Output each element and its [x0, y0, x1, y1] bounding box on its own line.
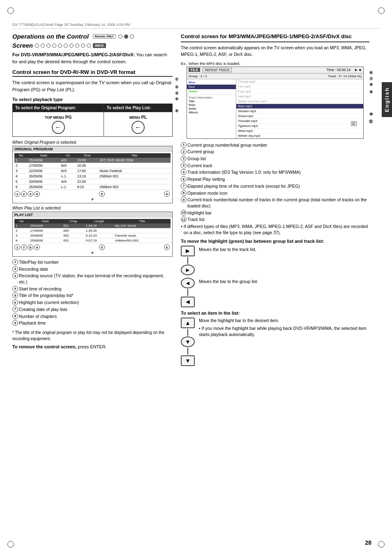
list-item: 4 Start time of recording: [12, 286, 173, 292]
col-original: To select the Original Program:: [13, 104, 104, 112]
callout-6: 6: [164, 191, 170, 197]
orig-prog-body: No Date Ch Time Title 1 25/04/06 4ch 19:: [13, 152, 172, 203]
legend-num-8: 8: [12, 313, 18, 319]
mp3-top-bar: FILE REPEAT TRACK Time : 00:00:14 ►◄: [187, 67, 363, 74]
callout-11-right: ⑪: [369, 119, 373, 124]
original-program-screen: ORIGINAL PROGRAM No Date Ch Time Title: [12, 146, 173, 203]
select-item-heading: To select an item in the list:: [181, 311, 369, 315]
corner-mark-tr: [378, 7, 385, 14]
move-group-desc: Moves the bar to the group list.: [199, 278, 258, 285]
callout-4: 4: [34, 191, 40, 197]
cb7: [69, 44, 74, 48]
track-item-fog[interactable]: Fog.mp3: [236, 89, 363, 94]
list-item: 3 Recording source (TV station, the inpu…: [12, 273, 173, 285]
circle-2: [124, 35, 128, 39]
callout-8-right: ⑧: [369, 83, 373, 87]
track-item-rain[interactable]: Rain.mp3: [236, 104, 363, 109]
page-header: DX-T77&99[UGUX].book Page 28 Tuesday, Fe…: [12, 23, 380, 29]
nav-arrow-playlist[interactable]: ←: [131, 121, 145, 134]
language-tab: English: [382, 82, 392, 117]
list-item: 9 Playback time: [12, 320, 173, 326]
orig-col-no: No: [14, 153, 28, 158]
down-arrow-btn[interactable]: ▼: [181, 355, 195, 366]
track-item-cloudy[interactable]: Cloudy.mp3: [236, 79, 363, 84]
track-item-indian[interactable]: Indian summer.mp3: [236, 99, 363, 104]
remote-badge: Remote ONLY: [93, 34, 116, 39]
right-arrow-btn[interactable]: ►: [181, 246, 195, 256]
move-highlight-heading: To move the highlight (green) bar betwee…: [181, 239, 369, 244]
pl-callout-5: 5: [99, 244, 105, 250]
callout-7-right: ⑦: [369, 77, 373, 81]
callout-10-right: ⑩: [369, 112, 373, 116]
playlist-screen: PLAY LIST No Date Chap Length Title: [12, 212, 173, 257]
callout-4-left: ④: [175, 97, 178, 101]
move-track-desc: Moves the bar to the track list.: [199, 246, 256, 253]
pl-callout-9: 9: [34, 244, 40, 250]
track-item-shower[interactable]: Shower.mp3: [236, 109, 363, 114]
list-item: 2 Current group: [181, 149, 369, 155]
track-item-hail[interactable]: Hail.mp3: [236, 94, 363, 99]
legend-num-3: 3: [12, 273, 18, 279]
track-label: Track : 5 / 14 (Total 41): [328, 74, 362, 78]
orig-col-date: Date: [28, 153, 60, 158]
callout-2: 2: [21, 191, 27, 197]
playback-table: To select the Original Program: To selec…: [12, 104, 173, 137]
select-item-desc: Move the highlight bar to the desired it…: [199, 318, 369, 337]
playlist-nav: MENU PL ←: [104, 112, 173, 137]
callout-1-left: ①: [175, 77, 178, 81]
track-item-wind[interactable]: Wind.mp3: [236, 129, 363, 134]
group-item-green[interactable]: Green: [187, 89, 236, 94]
when-original-label: When Original Program is selected.: [12, 140, 173, 145]
up-arrow-btn[interactable]: ▲: [181, 318, 195, 328]
intro-paragraph: For DVD-VR/MP3/WMA/JPEG/MPEG-1/MPEG-2/AS…: [12, 51, 173, 65]
table-row: 2 17/06/06 005 1:35:25: [14, 228, 171, 233]
info-badge: INFO: [93, 43, 106, 48]
list-item: 3 Group list: [181, 156, 369, 162]
table-row: 4 25/06/06 001 0:07:19 children001-002: [14, 238, 171, 243]
list-item: 6 Repeat Play setting: [181, 176, 369, 182]
pl-table: No Date Chap Length Title 1 25/04/06 001: [14, 219, 171, 243]
list-item: 5 Title of the program/play list*: [12, 292, 173, 299]
corner-mark-tl: [7, 7, 14, 14]
left-arrow-btn[interactable]: ◄: [181, 297, 195, 307]
track-item-thunder[interactable]: Thunder.mp3: [236, 119, 363, 124]
orig-prog-header: ORIGINAL PROGRAM: [13, 146, 172, 152]
track-item-typhoon[interactable]: Typhoon.mp3: [236, 124, 363, 129]
right-section-title: Control screen for MP3/WMA/JPEG/MPEG-1/M…: [181, 33, 369, 42]
track-item-snow[interactable]: Snow.mp3: [236, 114, 363, 119]
group-item-blue[interactable]: Blue: [187, 80, 236, 85]
cb3: [46, 44, 51, 48]
mp3-left-panel: Blue Red Green Track Information Title R…: [187, 79, 236, 138]
r-legend-11: 11: [181, 216, 187, 222]
operation-icons: ►◄: [354, 68, 362, 72]
track-info-box: Track Information Title Rain Artist Albu…: [187, 94, 236, 115]
list-item: 1 Title/Play list number: [12, 259, 173, 265]
list-item: 1 Current group number/total group numbe…: [181, 142, 369, 148]
nav-arrow-original[interactable]: ←: [52, 121, 65, 134]
time-display: Time : 00:00:14: [326, 68, 350, 72]
circle-1: [118, 35, 122, 39]
remove-note: To remove the control screen, press ENTE…: [12, 344, 173, 349]
mp3-screen: FILE REPEAT TRACK Time : 00:00:14 ►◄ Gro…: [187, 67, 364, 139]
track-info-title-row: Title: [189, 99, 234, 103]
left-arrow-round[interactable]: ◄: [181, 278, 195, 288]
pl-col-date: Date: [29, 219, 62, 223]
circle-icons-bottom: [35, 44, 91, 48]
down-arrow-round[interactable]: ▼: [181, 336, 195, 347]
repeat-badge: REPEAT TRACK: [203, 68, 231, 72]
table-row: 4 26/05/06 L-1 13:19 children 001: [14, 174, 171, 179]
list-item: 8 Number of chapters: [12, 313, 173, 320]
group-item-red[interactable]: Red: [187, 85, 236, 89]
track-item-fair[interactable]: Fair.mp3: [236, 84, 363, 89]
right-arrow-round[interactable]: ►: [181, 265, 195, 275]
page-number: 28: [365, 539, 371, 546]
when-playlist-label: When Play List is selected.: [12, 206, 173, 210]
legend-num-1: 1: [12, 259, 18, 265]
track-item-winter[interactable]: Winter sky.mp3: [236, 134, 363, 138]
pl-col-title: Title: [114, 219, 171, 223]
callout-6-right: ⑥: [369, 71, 373, 75]
list-item: 6 Highlight bar (current selection): [12, 299, 173, 306]
r-legend-2: 2: [181, 149, 187, 154]
orig-prog-table: No Date Ch Time Title 1 25/04/06 4ch 19:: [14, 153, 171, 190]
list-item: 7 Creating date of play lists: [12, 306, 173, 313]
